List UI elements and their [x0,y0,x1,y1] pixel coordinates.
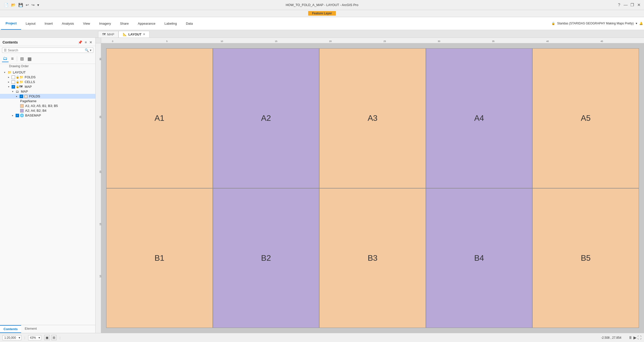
tree-item-folds-layer[interactable]: 📋 FOLDS [0,94,95,99]
minimize-button[interactable]: — [623,3,628,7]
ruler-horizontal: 0 5 10 15 20 25 30 35 40 45 [96,38,644,43]
tab-map[interactable]: 🗺 MAP [98,31,118,37]
expand-cells[interactable] [8,81,12,83]
tab-share[interactable]: Share [115,17,133,30]
status-bar: 1:20,000 | 43% ▣ ⊞ | -2.508 , 27.854 ⏸ ▶… [0,333,644,342]
map-group-icon: 🗺 [19,85,24,89]
cells-icon: 📁 [19,80,24,84]
tab-appearance[interactable]: Appearance [133,17,160,30]
close-button[interactable]: ✕ [636,3,641,7]
thumbnail-button[interactable]: ▦ [26,56,33,62]
play-button[interactable]: ▶ [633,335,636,340]
tab-data[interactable]: Data [181,17,197,30]
tab-element[interactable]: Element [21,325,40,333]
group-button[interactable]: ⊞ [19,56,25,62]
tree-item-map-sub[interactable]: 🗂 MAP [0,89,95,94]
drawing-order-button[interactable]: ≡ [10,56,15,62]
tab-layout[interactable]: Layout [21,17,40,30]
undo-button[interactable]: ↩ [25,2,30,8]
open-button[interactable]: 📂 [10,2,17,8]
search-bar[interactable]: ☰ 🔍 ▾ [2,48,93,53]
tab-contents[interactable]: Contents [0,325,21,333]
cell-A2[interactable]: A2 [213,48,319,188]
folds-label: FOLDS [25,75,35,79]
cell-B5[interactable]: B5 [532,188,639,328]
cell-A4[interactable]: A4 [426,48,533,188]
pagename-label: PageName [20,99,36,103]
close-panel-button[interactable]: ✕ [89,40,93,45]
zoom-selector[interactable]: 43% [28,335,41,340]
menu-button[interactable]: ≡ [84,40,87,45]
cell-B3[interactable]: B3 [319,188,426,328]
save-button[interactable]: 💾 [18,2,24,8]
restore-button[interactable]: ❐ [630,3,634,7]
zoom-dropdown[interactable]: 43% [28,335,41,340]
layout-tab-close[interactable]: ✕ [143,33,145,36]
grid-cells: A1 A2 A3 A4 A5 B1 B2 B3 B4 B5 [106,48,639,328]
expand-map-sub[interactable] [12,90,16,93]
map-sub-icon: 🗂 [16,90,20,93]
legend2-label: A2; A4; B2; B4 [25,109,47,112]
feature-layer-bar: Feature Layer [0,10,644,17]
playback-controls[interactable]: ⏸ ▶ ⛶ [628,335,641,340]
pause-button[interactable]: ⏸ [628,335,632,340]
contents-title: Contents [3,40,18,44]
cell-A5-label: A5 [581,113,591,123]
cells-checkbox[interactable] [12,80,15,84]
layout-label: LAYOUT [13,70,26,74]
pin-button[interactable]: 📌 [77,40,83,45]
tree-item-map-group[interactable]: 🔒 🗺 MAP [0,84,95,89]
scale-selector[interactable]: 1:20,000 [3,335,21,340]
full-screen-button[interactable]: ⛶ [637,335,641,340]
tab-view[interactable]: View [78,17,95,30]
redo-button[interactable]: ↪ [31,2,35,8]
scale-dropdown[interactable]: 1:20,000 [3,335,21,340]
folds-checkbox[interactable] [12,75,15,79]
quick-access-buttons[interactable]: 📄 📂 💾 ↩ ↪ ▾ [3,2,40,8]
cell-A5[interactable]: A5 [532,48,639,188]
notification-icon[interactable]: 🔔 [639,22,643,25]
cell-A3[interactable]: A3 [319,48,426,188]
single-page-button[interactable]: ▣ [44,335,50,340]
map-group-checkbox[interactable] [12,85,15,89]
user-name: Staridas (STARIDAS GEOGRAPHY Making Maps… [557,22,634,25]
dropdown-filter-icon[interactable]: ▾ [90,48,92,52]
expand-map-group[interactable] [8,85,12,88]
cell-B2[interactable]: B2 [213,188,319,328]
window-controls[interactable]: ? — ❐ ✕ [617,3,641,7]
search-input[interactable] [8,48,84,52]
cell-B4[interactable]: B4 [426,188,533,328]
new-project-button[interactable]: 📄 [3,2,9,8]
multi-page-button[interactable]: ⊞ [51,335,57,340]
tab-insert[interactable]: Insert [40,17,57,30]
help-button[interactable]: ? [617,3,621,7]
tree-item-cells[interactable]: 🔒 📁 CELLS [0,80,95,84]
ribbon-right: 🔒 Staridas (STARIDAS GEOGRAPHY Making Ma… [551,22,643,25]
customize-button[interactable]: ▾ [36,2,40,8]
ruler-tick-25: 25 [383,40,386,43]
tree-item-basemap[interactable]: 🌐 BASEMAP [0,113,95,118]
grid-view-buttons[interactable]: ▣ ⊞ [44,335,57,340]
list-view-button[interactable]: 🗂 [2,55,9,62]
tab-imagery[interactable]: Imagery [95,17,115,30]
expand-folds-layer[interactable] [16,95,20,98]
tab-project[interactable]: Project [1,17,21,30]
tab-analysis[interactable]: Analysis [57,17,78,30]
cell-A1[interactable]: A1 [106,48,213,188]
cell-B1[interactable]: B1 [106,188,213,328]
tree-item-folds[interactable]: 🔒 📁 FOLDS [0,75,95,80]
cell-A2-label: A2 [261,113,271,123]
expand-layout[interactable] [4,71,8,74]
expand-basemap[interactable] [12,114,16,117]
tab-layout-doc[interactable]: 📐 LAYOUT ✕ [118,31,149,37]
tab-labeling[interactable]: Labeling [160,17,181,30]
document-tab-bar: 🗺 MAP 📐 LAYOUT ✕ [0,30,644,38]
expand-folds[interactable] [8,76,12,79]
ruler-tick-20: 20 [329,40,332,43]
basemap-checkbox[interactable] [16,114,19,117]
dropdown-arrow: ▾ [636,22,637,25]
folds-layer-checkbox[interactable] [20,95,23,98]
contents-header-icons[interactable]: 📌 ≡ ✕ [77,40,93,45]
ruler-vertical: 30 25 20 15 10 [96,43,101,333]
tree-item-layout[interactable]: 📁 LAYOUT [0,70,95,75]
